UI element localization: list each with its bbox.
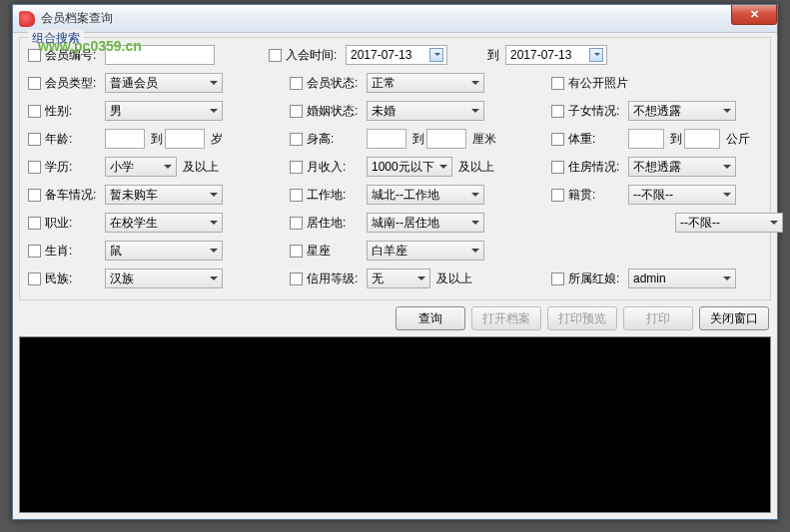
weight-from-input[interactable]	[628, 129, 664, 149]
gender-select[interactable]: 男	[105, 101, 223, 121]
work-place-select[interactable]: 城北--工作地	[367, 185, 484, 205]
search-groupbox: 组合搜索 会员编号: 入会时间: 2017-07-13 到	[19, 37, 771, 300]
car-label: 备车情况:	[45, 187, 103, 204]
has-photo-checkbox[interactable]	[551, 77, 564, 90]
join-date-checkbox[interactable]	[269, 49, 282, 62]
work-place-label: 工作地:	[307, 187, 365, 204]
app-icon	[19, 11, 35, 27]
credit-checkbox[interactable]	[290, 272, 303, 285]
native-place2-select[interactable]: --不限--	[675, 213, 783, 233]
credit-select[interactable]: 无	[367, 268, 430, 288]
close-window-button[interactable]: 关闭窗口	[699, 306, 769, 330]
credit-label: 信用等级:	[307, 270, 365, 287]
matchmaker-select[interactable]: admin	[628, 268, 736, 288]
height-to-label: 到	[412, 131, 424, 148]
children-select[interactable]: 不想透露	[628, 101, 736, 121]
weight-checkbox[interactable]	[551, 133, 564, 146]
gender-label: 性别:	[45, 103, 103, 120]
car-select[interactable]: 暂未购车	[105, 185, 223, 205]
join-date-to-label: 到	[487, 47, 499, 64]
weight-suffix: 公斤	[726, 131, 750, 148]
nation-label: 民族:	[45, 270, 103, 287]
gender-checkbox[interactable]	[28, 105, 41, 118]
member-status-checkbox[interactable]	[290, 77, 303, 90]
join-date-to[interactable]: 2017-07-13	[505, 45, 607, 65]
income-suffix: 及以上	[458, 159, 494, 176]
housing-label: 住房情况:	[568, 159, 626, 176]
close-button[interactable]: ✕	[731, 5, 777, 25]
age-from-input[interactable]	[105, 129, 145, 149]
weight-to-label: 到	[670, 131, 682, 148]
calendar-icon[interactable]	[589, 48, 603, 62]
constellation-label: 星座	[307, 243, 365, 260]
height-checkbox[interactable]	[290, 133, 303, 146]
age-to-input[interactable]	[165, 129, 205, 149]
live-place-select[interactable]: 城南--居住地	[367, 213, 484, 233]
zodiac-checkbox[interactable]	[28, 245, 41, 258]
housing-checkbox[interactable]	[551, 161, 564, 174]
window-title: 会员档案查询	[41, 10, 113, 27]
has-photo-label: 有公开照片	[568, 75, 628, 92]
member-type-checkbox[interactable]	[28, 77, 41, 90]
marital-select[interactable]: 未婚	[367, 101, 484, 121]
weight-label: 体重:	[568, 131, 626, 148]
calendar-icon[interactable]	[429, 48, 443, 62]
occupation-label: 职业:	[45, 215, 103, 232]
education-suffix: 及以上	[183, 159, 219, 176]
nation-checkbox[interactable]	[28, 272, 41, 285]
titlebar: 会员档案查询 ✕	[13, 5, 777, 33]
native-place-label: 籍贯:	[568, 187, 626, 204]
member-status-select[interactable]: 正常	[367, 73, 484, 93]
watermark-url: www.pc0359.cn	[38, 38, 142, 54]
education-select[interactable]: 小学	[105, 157, 177, 177]
print-button[interactable]: 打印	[623, 306, 693, 330]
age-suffix: 岁	[211, 131, 223, 148]
income-label: 月收入:	[307, 159, 365, 176]
member-status-label: 会员状态:	[307, 75, 365, 92]
query-button[interactable]: 查询	[395, 306, 465, 330]
car-checkbox[interactable]	[28, 189, 41, 202]
button-bar: 查询 打开档案 打印预览 打印 关闭窗口	[13, 302, 777, 336]
age-label: 年龄:	[45, 131, 103, 148]
children-label: 子女情况:	[568, 103, 626, 120]
marital-label: 婚姻状态:	[307, 103, 365, 120]
height-label: 身高:	[307, 131, 365, 148]
member-type-select[interactable]: 普通会员	[105, 73, 223, 93]
occupation-checkbox[interactable]	[28, 217, 41, 230]
weight-to-input[interactable]	[684, 129, 720, 149]
height-suffix: 厘米	[472, 131, 496, 148]
results-grid[interactable]	[19, 336, 771, 513]
education-checkbox[interactable]	[28, 161, 41, 174]
print-preview-button[interactable]: 打印预览	[547, 306, 617, 330]
constellation-checkbox[interactable]	[290, 245, 303, 258]
native-place-select[interactable]: --不限--	[628, 185, 736, 205]
occupation-select[interactable]: 在校学生	[105, 213, 223, 233]
education-label: 学历:	[45, 159, 103, 176]
matchmaker-label: 所属红娘:	[568, 270, 626, 287]
native-place-checkbox[interactable]	[551, 189, 564, 202]
work-place-checkbox[interactable]	[290, 189, 303, 202]
join-date-from[interactable]: 2017-07-13	[346, 45, 447, 65]
credit-suffix: 及以上	[436, 270, 472, 287]
housing-select[interactable]: 不想透露	[628, 157, 736, 177]
zodiac-select[interactable]: 鼠	[105, 241, 223, 261]
zodiac-label: 生肖:	[45, 243, 103, 260]
live-place-label: 居住地:	[307, 215, 365, 232]
content-area: 组合搜索 会员编号: 入会时间: 2017-07-13 到	[13, 33, 777, 519]
children-checkbox[interactable]	[551, 105, 564, 118]
income-checkbox[interactable]	[290, 161, 303, 174]
dialog-window: 会员档案查询 ✕ 组合搜索 会员编号: 入会时间: 2017-07-13	[12, 4, 778, 520]
join-date-label: 入会时间:	[286, 47, 344, 64]
height-from-input[interactable]	[367, 129, 406, 149]
income-select[interactable]: 1000元以下	[367, 157, 452, 177]
age-checkbox[interactable]	[28, 133, 41, 146]
marital-checkbox[interactable]	[290, 105, 303, 118]
height-to-input[interactable]	[426, 129, 466, 149]
member-type-label: 会员类型:	[45, 75, 103, 92]
age-to-label: 到	[151, 131, 163, 148]
live-place-checkbox[interactable]	[290, 217, 303, 230]
open-file-button[interactable]: 打开档案	[471, 306, 541, 330]
matchmaker-checkbox[interactable]	[551, 272, 564, 285]
nation-select[interactable]: 汉族	[105, 268, 223, 288]
constellation-select[interactable]: 白羊座	[367, 241, 484, 261]
